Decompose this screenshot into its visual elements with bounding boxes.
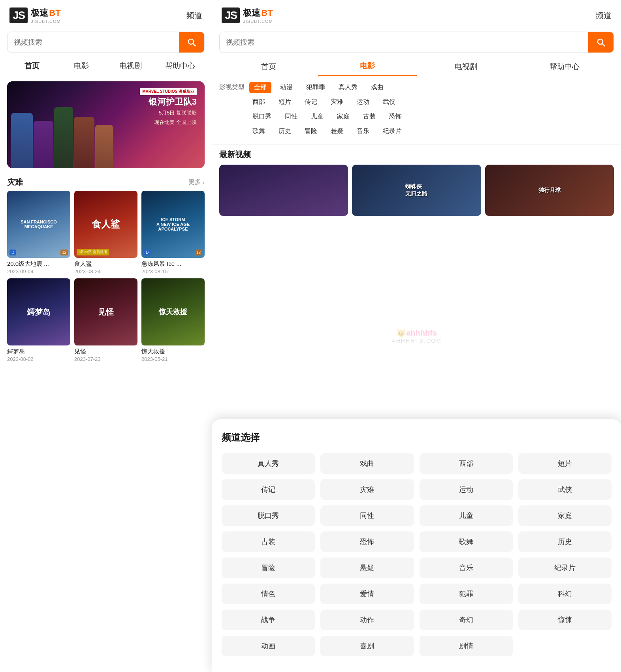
channel-item-6[interactable]: 运动	[420, 479, 513, 500]
left-nav-tv[interactable]: 电视剧	[106, 57, 155, 75]
right-search-input[interactable]	[220, 33, 588, 52]
left-banner[interactable]: MARVEL STUDIOS 漫威影业 银河护卫队3 5月5日 复联联影 现在北…	[7, 81, 205, 168]
channel-item-29[interactable]: 喜剧	[320, 636, 414, 656]
filter-tag-sport[interactable]: 运动	[352, 96, 374, 108]
filter-section: 影视类型 全部 动漫 犯罪罪 真人秀 戏曲 西部 短片 传记 灾难 运动 武侠	[212, 79, 621, 145]
movie-card-1[interactable]: SAN FRANCISCOMEGAQUAKE D 12 20.0级大地震 ...…	[7, 191, 70, 274]
channel-item-4[interactable]: 传记	[222, 479, 315, 500]
right-panel: JS 极速BT JISUBT.COM 频道 首页 电影 电视剧 帮助中心	[212, 0, 621, 672]
logo-domain: JISUBT.COM	[31, 19, 60, 24]
left-search-input[interactable]	[8, 33, 179, 52]
filter-tag-bio[interactable]: 传记	[300, 96, 322, 108]
channel-item-19[interactable]: 纪录片	[518, 557, 612, 578]
watermark: 😺ahhhhfs AHHHHFS.COM	[391, 328, 441, 344]
filter-tag-family[interactable]: 家庭	[332, 111, 354, 122]
channel-item-30[interactable]: 剧情	[420, 636, 513, 656]
overlay-title: 频道选择	[222, 431, 612, 444]
channel-item-14[interactable]: 歌舞	[420, 531, 513, 552]
channel-item-16[interactable]: 冒险	[222, 557, 315, 578]
channel-item-17[interactable]: 悬疑	[320, 557, 414, 578]
channel-item-3[interactable]: 短片	[518, 453, 612, 474]
movie-card-3[interactable]: ICE STORMA NEW ICE AGE APOCALYPSE D 12 急…	[141, 191, 205, 274]
left-nav-home[interactable]: 首页	[7, 57, 56, 75]
filter-tag-crime[interactable]: 犯罪罪	[301, 82, 330, 93]
left-channel-button[interactable]: 频道	[186, 10, 202, 21]
filter-tag-history[interactable]: 历史	[274, 126, 296, 137]
left-nav-movie[interactable]: 电影	[56, 57, 106, 75]
logo-js-badge: JS	[9, 8, 28, 23]
channel-item-11[interactable]: 家庭	[518, 505, 612, 526]
channel-item-7[interactable]: 武侠	[518, 479, 612, 500]
channel-item-13[interactable]: 恐怖	[320, 531, 414, 552]
right-nav: 首页 电影 电视剧 帮助中心	[212, 57, 621, 76]
right-search-bar	[219, 32, 614, 53]
latest-card-1[interactable]	[219, 165, 348, 216]
right-nav-home[interactable]: 首页	[219, 57, 318, 76]
latest-card-3[interactable]: 独行月球	[485, 165, 614, 216]
filter-tag-martial[interactable]: 武侠	[378, 96, 400, 108]
svg-point-2	[598, 39, 603, 44]
filter-tag-lgbt[interactable]: 同性	[280, 111, 302, 122]
channel-item-12[interactable]: 古装	[222, 531, 315, 552]
filter-tags-row2: 西部 短片 传记 灾难 运动 武侠	[248, 96, 400, 108]
filter-row-4: 歌舞 历史 冒险 悬疑 音乐 纪录片	[219, 126, 614, 137]
channel-item-18[interactable]: 音乐	[420, 557, 513, 578]
channel-item-28[interactable]: 动画	[222, 636, 315, 656]
filter-tag-horror[interactable]: 恐怖	[384, 111, 406, 122]
disaster-title: 灾难	[7, 177, 23, 188]
latest-section: 最新视频 蜘蛛侠无归之路 独行月球	[212, 145, 621, 219]
filter-tag-all[interactable]: 全部	[249, 82, 271, 93]
movie-card-4[interactable]: 鳄梦岛 鳄梦岛 2023-08-02	[7, 278, 70, 362]
channel-item-25[interactable]: 动作	[320, 610, 414, 630]
right-nav-movie[interactable]: 电影	[318, 57, 417, 76]
movie-card-6[interactable]: 惊天救援 惊天救援 2023-05-21	[141, 278, 205, 362]
channel-item-9[interactable]: 同性	[320, 505, 414, 526]
channel-item-0[interactable]: 真人秀	[222, 453, 315, 474]
filter-tag-talk[interactable]: 脱口秀	[248, 111, 276, 122]
left-search-button[interactable]	[179, 32, 204, 53]
channel-item-23[interactable]: 科幻	[518, 584, 612, 604]
latest-card-2[interactable]: 蜘蛛侠无归之路	[352, 165, 481, 216]
channel-item-5[interactable]: 灾难	[320, 479, 414, 500]
filter-tag-dance[interactable]: 歌舞	[248, 126, 270, 137]
channel-item-1[interactable]: 戏曲	[320, 453, 414, 474]
right-channel-button[interactable]: 频道	[596, 10, 612, 21]
filter-tag-western[interactable]: 西部	[248, 96, 270, 108]
channel-item-26[interactable]: 奇幻	[420, 610, 513, 630]
filter-tag-docu[interactable]: 纪录片	[378, 126, 406, 137]
channel-item-2[interactable]: 西部	[420, 453, 513, 474]
movie-poster-5: 见怪	[74, 278, 137, 345]
channel-item-10[interactable]: 儿童	[420, 505, 513, 526]
movie-poster-6: 惊天救援	[141, 278, 205, 345]
right-search-button[interactable]	[588, 32, 613, 53]
filter-tag-opera[interactable]: 戏曲	[366, 82, 388, 93]
movie-card-5[interactable]: 见怪 见怪 2023-07-23	[74, 278, 137, 362]
filter-tag-music[interactable]: 音乐	[352, 126, 374, 137]
filter-tag-disaster[interactable]: 灾难	[326, 96, 348, 108]
right-nav-tv[interactable]: 电视剧	[417, 57, 516, 76]
filter-row-3: 脱口秀 同性 儿童 家庭 古装 恐怖	[219, 111, 614, 122]
watermark-bottom: AHHHHFS.COM	[391, 338, 441, 344]
banner-content: MARVEL STUDIOS 漫威影业 银河护卫队3 5月5日 复联联影 现在北…	[140, 87, 197, 126]
filter-tag-mystery[interactable]: 悬疑	[326, 126, 348, 137]
left-nav-help[interactable]: 帮助中心	[155, 57, 205, 75]
search-icon	[187, 38, 196, 47]
left-nav: 首页 电影 电视剧 帮助中心	[0, 57, 212, 75]
channel-item-15[interactable]: 历史	[518, 531, 612, 552]
channel-item-24[interactable]: 战争	[222, 610, 315, 630]
channel-item-8[interactable]: 脱口秀	[222, 505, 315, 526]
movie-card-2[interactable]: 食人鲨 8月23日 会员独播 食人鲨 2023-08-24	[74, 191, 137, 274]
right-nav-help[interactable]: 帮助中心	[515, 57, 614, 76]
filter-tag-anime[interactable]: 动漫	[275, 82, 297, 93]
filter-tag-short[interactable]: 短片	[274, 96, 296, 108]
channel-item-20[interactable]: 情色	[222, 584, 315, 604]
filter-tag-costume[interactable]: 古装	[358, 111, 380, 122]
more-link[interactable]: 更多 ›	[188, 178, 205, 186]
channel-item-22[interactable]: 犯罪	[420, 584, 513, 604]
filter-tag-realityshow[interactable]: 真人秀	[334, 82, 362, 93]
filter-tag-adventure[interactable]: 冒险	[300, 126, 322, 137]
channel-item-21[interactable]: 爱情	[320, 584, 414, 604]
filter-tag-child[interactable]: 儿童	[306, 111, 328, 122]
channel-item-27[interactable]: 惊悚	[518, 610, 612, 630]
movie-date-1: 2023-09-04	[7, 268, 70, 274]
